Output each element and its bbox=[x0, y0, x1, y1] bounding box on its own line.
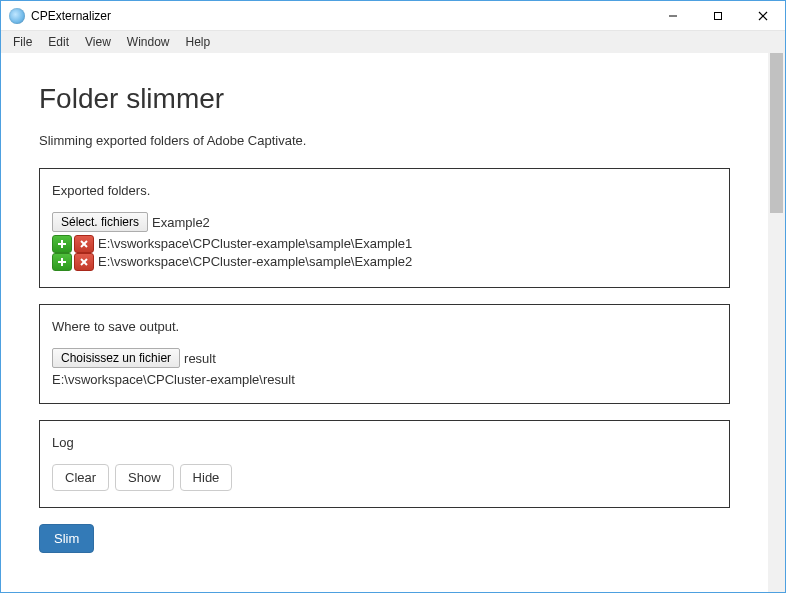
menu-file[interactable]: File bbox=[5, 33, 40, 51]
titlebar: CPExternalizer bbox=[1, 1, 785, 31]
x-icon bbox=[79, 257, 89, 267]
menu-view[interactable]: View bbox=[77, 33, 119, 51]
clear-log-button[interactable]: Clear bbox=[52, 464, 109, 491]
minimize-button[interactable] bbox=[650, 1, 695, 30]
slim-button[interactable]: Slim bbox=[39, 524, 94, 553]
chosen-file-name: result bbox=[184, 351, 216, 366]
window-controls bbox=[650, 1, 785, 30]
output-path: E:\vsworkspace\CPCluster-example\result bbox=[52, 372, 717, 387]
output-label: Where to save output. bbox=[52, 319, 717, 334]
folder-path: E:\vsworkspace\CPCluster-example\sample\… bbox=[98, 235, 412, 253]
folder-row-1: E:\vsworkspace\CPCluster-example\sample\… bbox=[52, 253, 717, 271]
log-label: Log bbox=[52, 435, 717, 450]
output-choose-row: Choisissez un fichier result bbox=[52, 348, 717, 368]
scrollbar-thumb[interactable] bbox=[770, 53, 783, 213]
show-log-button[interactable]: Show bbox=[115, 464, 174, 491]
page-subtitle: Slimming exported folders of Adobe Capti… bbox=[39, 133, 730, 148]
log-buttons: Clear Show Hide bbox=[52, 464, 717, 491]
window-title: CPExternalizer bbox=[31, 9, 650, 23]
selected-file-name: Example2 bbox=[152, 215, 210, 230]
app-icon bbox=[9, 8, 25, 24]
menu-window[interactable]: Window bbox=[119, 33, 178, 51]
vertical-scrollbar[interactable] bbox=[768, 53, 785, 592]
content-area: Folder slimmer Slimming exported folders… bbox=[1, 53, 785, 592]
folder-path: E:\vsworkspace\CPCluster-example\sample\… bbox=[98, 253, 412, 271]
add-folder-button[interactable] bbox=[52, 253, 72, 271]
exported-select-row: Sélect. fichiers Example2 bbox=[52, 212, 717, 232]
exported-folders-panel: Exported folders. Sélect. fichiers Examp… bbox=[39, 168, 730, 288]
output-panel: Where to save output. Choisissez un fich… bbox=[39, 304, 730, 404]
remove-folder-button[interactable] bbox=[74, 253, 94, 271]
maximize-icon bbox=[713, 11, 723, 21]
remove-folder-button[interactable] bbox=[74, 235, 94, 253]
plus-icon bbox=[57, 239, 67, 249]
page-title: Folder slimmer bbox=[39, 83, 730, 115]
menu-edit[interactable]: Edit bbox=[40, 33, 77, 51]
menubar: File Edit View Window Help bbox=[1, 31, 785, 53]
add-folder-button[interactable] bbox=[52, 235, 72, 253]
menu-help[interactable]: Help bbox=[178, 33, 219, 51]
close-icon bbox=[758, 11, 768, 21]
log-panel: Log Clear Show Hide bbox=[39, 420, 730, 508]
select-files-button[interactable]: Sélect. fichiers bbox=[52, 212, 148, 232]
content: Folder slimmer Slimming exported folders… bbox=[1, 53, 768, 592]
app-window: CPExternalizer File Edit View Window Hel… bbox=[0, 0, 786, 593]
folder-row-0: E:\vsworkspace\CPCluster-example\sample\… bbox=[52, 235, 717, 253]
exported-label: Exported folders. bbox=[52, 183, 717, 198]
plus-icon bbox=[57, 257, 67, 267]
maximize-button[interactable] bbox=[695, 1, 740, 30]
close-button[interactable] bbox=[740, 1, 785, 30]
choose-file-button[interactable]: Choisissez un fichier bbox=[52, 348, 180, 368]
x-icon bbox=[79, 239, 89, 249]
svg-rect-1 bbox=[714, 12, 721, 19]
hide-log-button[interactable]: Hide bbox=[180, 464, 233, 491]
minimize-icon bbox=[668, 11, 678, 21]
